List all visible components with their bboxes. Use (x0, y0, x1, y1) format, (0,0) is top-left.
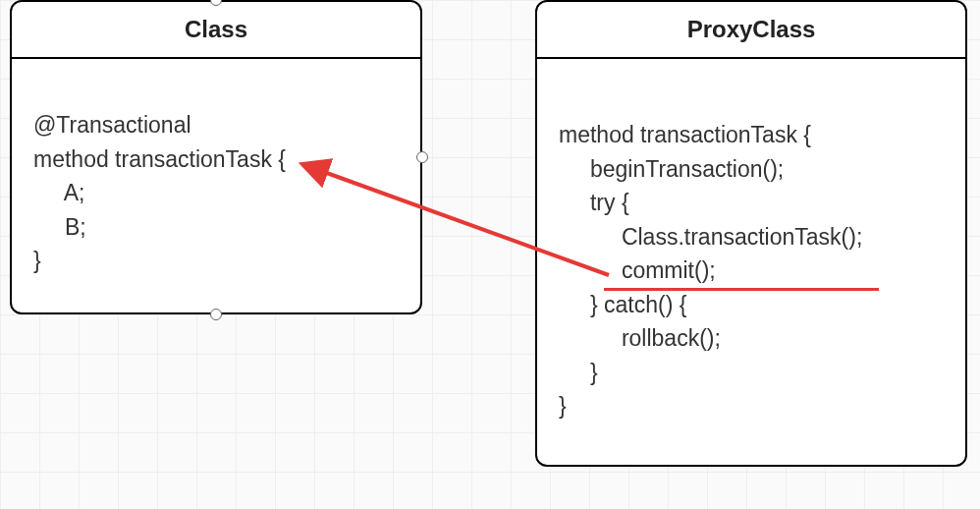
uml-proxy-box: ProxyClass method transactionTask { begi… (535, 0, 967, 467)
class-box-body: @Transactional method transactionTask { … (12, 59, 420, 296)
class-box-title: Class (12, 2, 420, 59)
uml-class-box: Class @Transactional method transactionT… (10, 0, 422, 314)
selection-handle[interactable] (210, 309, 222, 320)
proxy-box-title: ProxyClass (537, 2, 965, 59)
selection-handle[interactable] (416, 151, 428, 163)
emphasis-underline (604, 288, 879, 291)
proxy-box-body: method transactionTask { beginTransactio… (537, 59, 965, 441)
